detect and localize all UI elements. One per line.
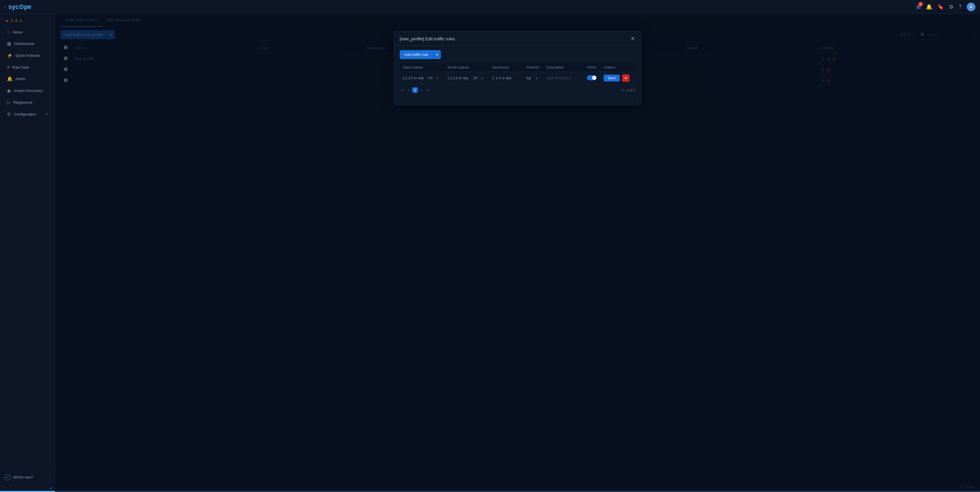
whats-new-button[interactable]: ✦ What's new?: [5, 474, 50, 481]
alerts-icon: 🔔: [7, 76, 13, 81]
col-actions: Actions: [601, 63, 635, 72]
col-active: Active: [584, 63, 601, 72]
resize-icon: ⤡: [636, 100, 639, 104]
page-1-button[interactable]: 1: [412, 87, 418, 93]
sidebar-item-label: Playground: [13, 100, 32, 105]
row-actions-cell: Save ✕: [601, 72, 635, 85]
modal-body: Client subnet Server subnet Server port …: [394, 63, 641, 99]
client-subnet-dropdown-icon[interactable]: ▾: [436, 77, 438, 80]
sidebar-item-label: Assets Discovery: [14, 88, 43, 93]
description-input[interactable]: [546, 76, 578, 80]
toggle-knob: [592, 76, 596, 80]
protocol-input-group: ▾: [526, 76, 540, 80]
sidebar-item-assets-discovery[interactable]: ◉ Assets Discovery: [2, 85, 52, 96]
protocol-dropdown-icon[interactable]: ▾: [536, 77, 538, 80]
first-page-button[interactable]: «: [400, 87, 405, 93]
save-rule-button[interactable]: Save: [604, 75, 619, 81]
protocol-cell: ▾: [523, 72, 543, 85]
yellow-alert-icon: ⚠: [15, 18, 18, 23]
protocol-input[interactable]: [526, 76, 535, 80]
client-subnet-input-group: / ▾: [402, 76, 441, 80]
slash-separator: /: [427, 76, 428, 80]
col-client-subnet: Client subnet: [400, 63, 444, 72]
settings-icon-btn[interactable]: ⚙: [949, 4, 953, 10]
sidebar-item-home[interactable]: ⌂ Home: [2, 27, 52, 37]
user-avatar[interactable]: A: [967, 3, 975, 11]
bell-icon-btn[interactable]: 🔔: [926, 4, 932, 10]
server-subnet-ip-input[interactable]: [447, 76, 470, 80]
client-subnet-cell: / ▾: [400, 72, 444, 85]
next-page-button[interactable]: ›: [419, 87, 423, 93]
sidebar-item-label: Quick Analysis: [16, 53, 40, 58]
server-port-cell: [489, 72, 523, 85]
red-alert-count: 3: [11, 19, 13, 23]
col-description: Description: [544, 63, 584, 72]
logo-text: syc⊙pe: [8, 3, 31, 11]
apps-icon-btn[interactable]: ⊞ 7: [916, 4, 921, 10]
sidebar-item-label: Dashboards: [14, 42, 34, 46]
active-toggle[interactable]: [587, 75, 597, 80]
yellow-alert-count: 1: [20, 19, 22, 23]
modal-resize-handle[interactable]: ⤡: [394, 99, 641, 105]
add-rule-dropdown-arrow[interactable]: ▾: [433, 50, 441, 59]
topbar-icons: ⊞ 7 🔔 🔖 ⚙ ? A: [916, 3, 975, 11]
slash-separator: /: [471, 76, 472, 80]
sidebar: 🔺 3 ⚠ 1 ⌂ Home ▦ Dashboards ⚡ Quick Anal…: [0, 14, 55, 492]
playground-icon: ▷: [7, 100, 10, 105]
modal-table-header-row: Client subnet Server subnet Server port …: [400, 63, 635, 72]
modal-table-row: / ▾ /: [400, 72, 635, 85]
server-subnet-dropdown-icon[interactable]: ▾: [481, 77, 483, 80]
sidebar-item-playground[interactable]: ▷ Playground: [2, 97, 52, 108]
traffic-rules-table: Client subnet Server subnet Server port …: [400, 63, 635, 85]
delete-rule-button[interactable]: ✕: [622, 74, 630, 82]
pagination-info: 1 – 1 of 1: [622, 88, 635, 92]
server-subnet-cell: / ▾: [444, 72, 489, 85]
help-icon-btn[interactable]: ?: [959, 4, 962, 10]
app-logo[interactable]: ‹ syc⊙pe: [5, 3, 31, 11]
server-subnet-mask-input[interactable]: [474, 76, 480, 80]
prev-page-button[interactable]: ‹: [406, 87, 411, 93]
sidebar-bottom: ✦ What's new?: [0, 470, 54, 484]
modal-close-button[interactable]: ✕: [631, 36, 635, 41]
page-number: 1: [414, 88, 416, 92]
col-server-subnet: Server subnet: [444, 63, 489, 72]
main-content: Traffic Rule Profiles DNS Resolver Rules…: [55, 14, 980, 492]
modal-pagination: « ‹ 1 › » 1 – 1 of 1: [400, 85, 635, 93]
last-page-button[interactable]: »: [425, 87, 430, 93]
bookmark-icon-btn[interactable]: 🔖: [937, 4, 944, 10]
modal-header: [new_profile] Edit traffic rules ✕: [394, 31, 641, 46]
sidebar-item-quick-analysis[interactable]: ⚡ Quick Analysis: [2, 50, 52, 61]
layout: 🔺 3 ⚠ 1 ⌂ Home ▦ Dashboards ⚡ Quick Anal…: [0, 14, 980, 492]
sidebar-item-configuration[interactable]: ⚙ Configuration ▾: [2, 109, 52, 120]
description-cell: [544, 72, 584, 85]
add-rule-label: Add traffic rule: [404, 53, 428, 57]
sidebar-item-raw-data[interactable]: ≡ Raw Data: [2, 62, 52, 73]
server-port-input[interactable]: [492, 76, 518, 80]
whats-new-label: What's new?: [13, 475, 33, 479]
modal-overlay: [new_profile] Edit traffic rules ✕ Add t…: [55, 14, 980, 492]
col-server-port: Server port: [489, 63, 523, 72]
modal-toolbar: Add traffic rule ▾: [394, 46, 641, 63]
client-subnet-ip-input[interactable]: [402, 76, 426, 80]
collapse-icon: «: [50, 486, 52, 490]
notification-badge: 7: [918, 2, 923, 6]
client-subnet-mask-input[interactable]: [429, 76, 435, 80]
modal-title: [new_profile] Edit traffic rules: [400, 36, 455, 41]
sidebar-item-dashboards[interactable]: ▦ Dashboards: [2, 38, 52, 49]
active-cell: [584, 72, 601, 85]
server-subnet-input-group: / ▾: [447, 76, 486, 80]
quick-analysis-icon: ⚡: [7, 53, 13, 58]
sidebar-item-alerts[interactable]: 🔔 Alerts: [2, 73, 52, 85]
col-protocol: Protocol: [523, 63, 543, 72]
add-traffic-rule-button[interactable]: Add traffic rule: [400, 50, 433, 59]
sidebar-item-label: Configuration: [14, 112, 36, 117]
red-alert-icon: 🔺: [5, 18, 9, 23]
topbar: ‹ syc⊙pe ⊞ 7 🔔 🔖 ⚙ ? A: [0, 0, 980, 14]
sidebar-item-label: Home: [13, 30, 23, 34]
raw-data-icon: ≡: [7, 64, 10, 70]
configuration-icon: ⚙: [7, 112, 11, 117]
chevron-down-icon: ▾: [46, 113, 48, 116]
sidebar-toggle-icon[interactable]: ‹: [5, 5, 6, 9]
alert-summary: 🔺 3 ⚠ 1: [0, 16, 54, 25]
dashboards-icon: ▦: [7, 41, 11, 46]
